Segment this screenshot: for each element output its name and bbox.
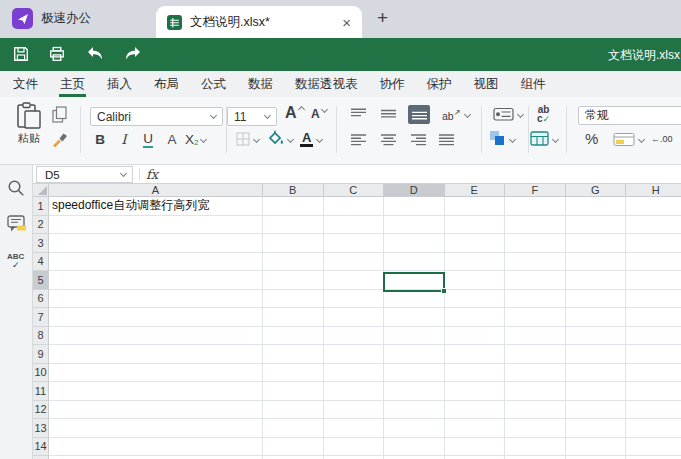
row-header-10[interactable]: 10 — [33, 364, 49, 383]
cell-E9[interactable] — [445, 345, 506, 364]
cell-G9[interactable] — [566, 345, 627, 364]
cell-B3[interactable] — [263, 234, 324, 253]
select-all-corner[interactable] — [33, 184, 49, 197]
grow-font-button[interactable]: A — [285, 104, 304, 122]
cell-A12[interactable] — [49, 401, 263, 420]
align-middle-icon[interactable] — [380, 108, 397, 120]
percent-style-button[interactable]: % — [585, 130, 598, 147]
cell-B14[interactable] — [263, 438, 324, 457]
cell-H11[interactable] — [626, 382, 681, 401]
cell-H2[interactable] — [626, 216, 681, 235]
print-icon[interactable] — [49, 46, 65, 62]
search-icon[interactable] — [7, 179, 25, 197]
cell-C13[interactable] — [324, 419, 385, 438]
cell-D4[interactable] — [384, 253, 445, 272]
shrink-font-button[interactable]: A — [311, 107, 327, 121]
cell-D12[interactable] — [384, 401, 445, 420]
copy-icon[interactable] — [52, 106, 68, 123]
cell-D8[interactable] — [384, 327, 445, 346]
chevron-down-icon[interactable] — [509, 136, 516, 143]
cell-A11[interactable] — [49, 382, 263, 401]
cell-B12[interactable] — [263, 401, 324, 420]
cell-A1[interactable]: speedoffice自动调整行高列宽 — [49, 197, 263, 216]
row-header-3[interactable]: 3 — [33, 234, 49, 253]
menu-item-0[interactable]: 文件 — [2, 71, 49, 97]
cell-F13[interactable] — [505, 419, 566, 438]
cell-C4[interactable] — [324, 253, 385, 272]
cell-E4[interactable] — [445, 253, 506, 272]
cell-B4[interactable] — [263, 253, 324, 272]
align-top-icon[interactable] — [350, 108, 367, 120]
cell-G4[interactable] — [566, 253, 627, 272]
menu-item-4[interactable]: 公式 — [190, 71, 237, 97]
cell-D10[interactable] — [384, 364, 445, 383]
merge-cells-icon[interactable] — [530, 131, 549, 146]
cell-H1[interactable] — [626, 197, 681, 216]
cell-D3[interactable] — [384, 234, 445, 253]
cell-E2[interactable] — [445, 216, 506, 235]
align-right-icon[interactable] — [410, 134, 427, 146]
cell-B11[interactable] — [263, 382, 324, 401]
row-header-2[interactable]: 2 — [33, 216, 49, 235]
cell-H9[interactable] — [626, 345, 681, 364]
cell-H8[interactable] — [626, 327, 681, 346]
cell-G12[interactable] — [566, 401, 627, 420]
formula-input[interactable] — [169, 165, 681, 183]
row-header-14[interactable]: 14 — [33, 438, 49, 457]
text-orientation-button[interactable]: ab↗ — [442, 108, 470, 122]
cell-C6[interactable] — [324, 290, 385, 309]
app-launcher[interactable]: 极速办公 — [12, 8, 91, 29]
borders-icon[interactable] — [236, 132, 250, 146]
cell-B9[interactable] — [263, 345, 324, 364]
menu-item-9[interactable]: 视图 — [463, 71, 510, 97]
cell-E7[interactable] — [445, 308, 506, 327]
column-header-B[interactable]: B — [263, 184, 324, 197]
undo-icon[interactable] — [86, 46, 104, 61]
justify-icon[interactable] — [438, 134, 455, 146]
cell-E12[interactable] — [445, 401, 506, 420]
cell-H4[interactable] — [626, 253, 681, 272]
cell-D7[interactable] — [384, 308, 445, 327]
cell-D6[interactable] — [384, 290, 445, 309]
cell-B13[interactable] — [263, 419, 324, 438]
menu-item-2[interactable]: 插入 — [96, 71, 143, 97]
cell-A9[interactable] — [49, 345, 263, 364]
cell-G8[interactable] — [566, 327, 627, 346]
cell-B5[interactable] — [263, 271, 324, 290]
menu-item-3[interactable]: 布局 — [143, 71, 190, 97]
name-box[interactable]: D5 — [36, 166, 133, 183]
cell-C5[interactable] — [324, 271, 385, 290]
cell-F11[interactable] — [505, 382, 566, 401]
row-header-6[interactable]: 6 — [33, 290, 49, 309]
cell-G14[interactable] — [566, 438, 627, 457]
font-name-select[interactable]: Calibri — [90, 107, 223, 126]
cell-H3[interactable] — [626, 234, 681, 253]
cell-A8[interactable] — [49, 327, 263, 346]
format-painter-icon[interactable] — [51, 133, 68, 148]
name-tag-icon[interactable] — [493, 107, 514, 122]
column-header-D[interactable]: D — [384, 184, 445, 197]
cell-G3[interactable] — [566, 234, 627, 253]
cell-G6[interactable] — [566, 290, 627, 309]
chevron-down-icon[interactable] — [638, 136, 645, 143]
row-header-1[interactable]: 1 — [33, 197, 49, 216]
column-header-A[interactable]: A — [49, 184, 263, 197]
cell-C7[interactable] — [324, 308, 385, 327]
currency-style-icon[interactable] — [613, 132, 635, 147]
menu-item-1[interactable]: 主页 — [49, 71, 96, 97]
cell-G2[interactable] — [566, 216, 627, 235]
menu-item-8[interactable]: 保护 — [416, 71, 463, 97]
cell-F1[interactable] — [505, 197, 566, 216]
underline-button[interactable]: U — [139, 130, 157, 148]
tab-close-icon[interactable]: × — [342, 15, 351, 30]
cell-E11[interactable] — [445, 382, 506, 401]
italic-button[interactable]: I — [115, 130, 133, 148]
cell-F12[interactable] — [505, 401, 566, 420]
cell-E10[interactable] — [445, 364, 506, 383]
column-header-F[interactable]: F — [505, 184, 566, 197]
cell-C9[interactable] — [324, 345, 385, 364]
row-header-4[interactable]: 4 — [33, 253, 49, 272]
cell-H12[interactable] — [626, 401, 681, 420]
cell-B2[interactable] — [263, 216, 324, 235]
cell-H14[interactable] — [626, 438, 681, 457]
